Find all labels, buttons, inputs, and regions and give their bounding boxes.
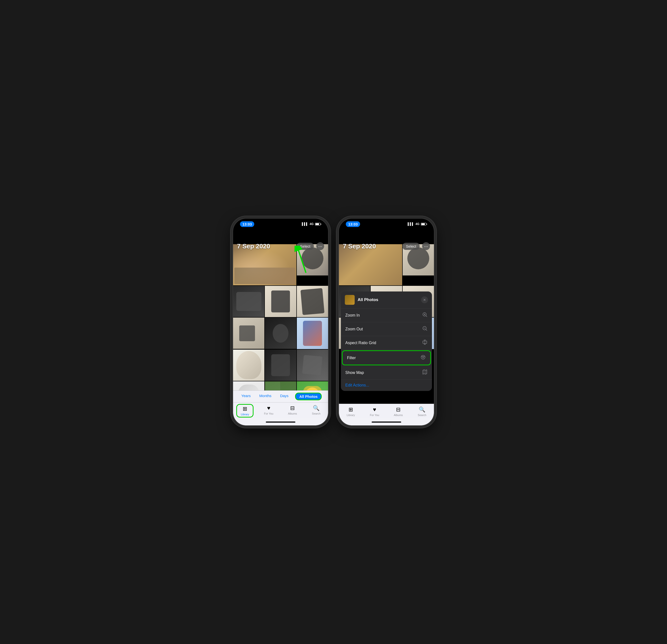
nav-search[interactable]: 🔍 Search [308,404,325,418]
photo-cell-13[interactable]: 0:10 [233,381,264,391]
edit-actions-link[interactable]: Edit Actions... [341,380,432,391]
nav-albums-label-right: Albums [394,414,403,417]
nav-library-label: Library [241,413,249,416]
header-actions-left: Select ··· [297,242,324,250]
menu-filter-label: Filter [347,356,356,360]
nav-library-label-right: Library [346,414,355,417]
photo-cell-9[interactable] [297,318,328,349]
home-bar-right [372,421,401,423]
tab-allphotos[interactable]: All Photos [295,393,322,400]
context-menu-close-button[interactable]: ✕ [421,296,428,303]
battery-icon [315,223,321,225]
photo-cell-11[interactable] [265,350,296,381]
select-button-left[interactable]: Select [297,243,314,250]
menu-zoom-in-label: Zoom In [345,313,360,318]
nav-search-right[interactable]: 🔍 Search [413,405,431,418]
photo-grid: 0:10 Enjoying the play area on the farm [233,244,328,391]
nav-library-right[interactable]: ⊞ Library [342,405,359,418]
context-menu-title: All Photos [358,297,418,302]
photo-cell-14[interactable]: Enjoying the play area on the farm [265,381,296,391]
photo-type-tabs: Years Months Days All Photos [233,391,328,402]
nav-albums-label: Albums [288,412,297,415]
photo-cell-5[interactable] [265,286,296,317]
menu-item-zoom-in[interactable]: Zoom In [341,308,432,322]
status-time-left: 13:03 [240,221,254,227]
library-icon: ⊞ [243,406,247,412]
nav-search-label-right: Search [418,414,426,417]
left-phone-inner: 13:03 ▌▌▌ 4G 7 Sep 2020 Select [233,219,328,425]
photo-grid-area: 7 Sep 2020 Select ··· [233,229,328,391]
photo-cell-4[interactable] [233,286,264,317]
signal-icon-right: ▌▌▌ [408,222,414,226]
zoom-out-icon [422,326,427,332]
status-icons-left: ▌▌▌ 4G [302,222,321,226]
more-button-left[interactable]: ··· [316,242,324,250]
nav-foryou-label: For You [264,412,274,415]
aspect-ratio-icon [422,339,427,346]
menu-item-aspect-ratio[interactable]: Aspect Ratio Grid [341,336,432,350]
notch-right [368,219,405,226]
right-phone: 13:03 ▌▌▌ 4G 7 Sep 2020 Select ··· [338,218,435,426]
tab-bar-section-left: Years Months Days All Photos ⊞ Library ♥… [233,390,328,425]
tab-days[interactable]: Days [278,393,290,400]
filter-icon [420,354,426,361]
left-phone: 13:03 ▌▌▌ 4G 7 Sep 2020 Select [232,218,329,426]
menu-zoom-out-label: Zoom Out [345,327,363,331]
nav-albums-right[interactable]: ⊟ Albums [390,405,407,418]
battery-icon-right [421,223,427,225]
svg-line-5 [426,316,427,317]
notch [262,219,299,226]
bottom-nav-right: ⊞ Library ♥ For You ⊟ Albums 🔍 Search [339,404,434,419]
nav-foryou-right[interactable]: ♥ For You [366,405,383,418]
nav-library[interactable]: ⊞ Library [236,404,254,418]
menu-item-zoom-out[interactable]: Zoom Out [341,322,432,336]
nav-foryou-label-right: For You [370,414,379,417]
photo-cell-10[interactable] [233,350,264,381]
context-menu: All Photos ✕ Zoom In [341,291,432,391]
photo-date-left: 7 Sep 2020 [237,242,270,250]
status-icons-right: ▌▌▌ 4G [408,222,427,226]
nav-albums[interactable]: ⊟ Albums [284,404,301,418]
tab-years[interactable]: Years [240,393,253,400]
photo-cell-8[interactable] [265,318,296,349]
albums-icon: ⊟ [290,405,295,412]
status-time-right: 13:03 [346,221,360,227]
signal-type-right: 4G [416,222,419,226]
tab-months[interactable]: Months [258,393,274,400]
phones-container: 13:03 ▌▌▌ 4G 7 Sep 2020 Select [232,218,435,426]
header-actions-right: Select ··· [403,242,430,250]
library-icon-right: ⊞ [348,406,353,413]
tab-bar-section-right: ⊞ Library ♥ For You ⊟ Albums 🔍 Search [339,404,434,425]
zoom-in-icon [422,312,427,319]
signal-icon: ▌▌▌ [302,222,308,226]
search-icon-right: 🔍 [419,406,425,413]
menu-item-filter[interactable]: Filter [342,350,431,365]
foryou-icon: ♥ [267,405,270,412]
close-icon: ✕ [423,298,426,302]
photo-cell-12[interactable] [297,350,328,381]
photo-date-right: 7 Sep 2020 [343,242,376,250]
svg-line-8 [426,329,427,331]
search-icon: 🔍 [313,405,320,412]
photo-cell-6[interactable] [297,286,328,317]
signal-type: 4G [310,222,313,226]
map-icon [422,369,427,376]
context-menu-thumbnail [345,295,355,305]
menu-show-map-label: Show Map [345,370,364,375]
photo-header-left: 7 Sep 2020 Select ··· [233,240,328,252]
home-indicator-left [233,419,328,425]
home-bar-left [266,421,295,423]
photo-cell-15[interactable] [297,381,328,391]
more-button-right[interactable]: ··· [422,242,430,250]
nav-search-label: Search [312,412,321,415]
nav-foryou[interactable]: ♥ For You [260,404,277,418]
photo-header-right: 7 Sep 2020 Select ··· [339,240,434,252]
menu-aspect-ratio-label: Aspect Ratio Grid [345,341,376,345]
menu-item-show-map[interactable]: Show Map [341,366,432,380]
albums-icon-right: ⊟ [396,406,401,413]
photo-cell-7[interactable] [233,318,264,349]
svg-marker-19 [423,370,427,374]
select-button-right[interactable]: Select [403,243,420,250]
foryou-icon-right: ♥ [373,406,376,413]
context-menu-header: All Photos ✕ [341,291,432,308]
